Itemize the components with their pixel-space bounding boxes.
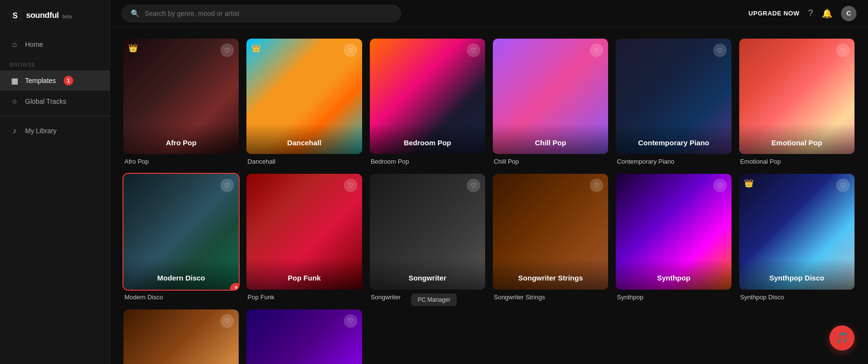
card-thumb-bedroom-pop: ♡Bedroom Pop — [370, 39, 485, 154]
card-name-contemporary-piano: Contemporary Piano — [616, 158, 731, 165]
favorite-button-songwriter[interactable]: ♡ — [467, 179, 480, 192]
card-name-chill-pop: Chill Pop — [493, 158, 608, 165]
sidebar-item-home[interactable]: ⌂ Home — [0, 35, 109, 54]
sidebar-item-library-label: My Library — [25, 127, 56, 135]
card-name-pop-funk: Pop Funk — [246, 294, 362, 301]
card-synthpop[interactable]: ♡SynthpopSynthpop — [616, 174, 731, 300]
favorite-button-bedroom-pop[interactable]: ♡ — [467, 43, 480, 57]
favorite-button-pop-disco[interactable]: ♡ — [344, 314, 357, 328]
card-thumb-afro-pop: 👑♡Afro Pop — [123, 39, 239, 154]
card-thumb-songwriter-strings: ♡Songwriter Strings — [493, 174, 608, 289]
home-icon: ⌂ — [10, 40, 19, 49]
card-thumb-synthpop: ♡Synthpop — [616, 174, 731, 289]
sidebar-item-global-tracks[interactable]: ○ Global Tracks — [0, 92, 109, 111]
card-name-songwriter-strings: Songwriter Strings — [493, 294, 608, 301]
card-label-contemporary-piano: Contemporary Piano — [616, 124, 731, 154]
card-thumb-dancehall: 👑♡Dancehall — [246, 39, 362, 154]
search-bar[interactable]: 🔍 — [122, 5, 401, 22]
card-songwriter[interactable]: ♡SongwriterSongwriter — [370, 174, 485, 300]
card-pop-funk[interactable]: ♡Pop FunkPop Funk — [246, 174, 362, 300]
templates-badge: 1 — [64, 76, 73, 85]
card-afro-pop[interactable]: 👑♡Afro PopAfro Pop — [123, 39, 239, 165]
card-label-synthpop-disco: Synthpop Disco — [739, 259, 854, 290]
card-label-emotional-pop: Emotional Pop — [739, 124, 854, 154]
card-label-dancehall: Dancehall — [246, 124, 362, 154]
card-thumb-songwriter: ♡Songwriter — [370, 174, 485, 289]
favorite-button-synthpop[interactable]: ♡ — [713, 179, 727, 192]
favorite-button-contemporary-piano[interactable]: ♡ — [713, 43, 727, 57]
logo-text: soundful — [26, 11, 59, 20]
global-tracks-icon: ○ — [10, 97, 19, 106]
sidebar-nav: ⌂ Home Browse ▦ Templates 1 ○ Global Tra… — [0, 31, 109, 144]
favorite-button-modern-disco[interactable]: ♡ — [220, 179, 234, 192]
sidebar-item-home-label: Home — [25, 41, 43, 48]
card-label-bedroom-pop: Bedroom Pop — [370, 124, 485, 154]
card-label-chill-pop: Chill Pop — [493, 124, 608, 154]
templates-grid: 👑♡Afro PopAfro Pop👑♡DancehallDancehall♡B… — [123, 39, 854, 364]
search-input[interactable] — [145, 10, 392, 17]
card-thumb-synthpop-disco: 👑♡Synthpop Disco — [739, 174, 854, 289]
card-name-synthpop: Synthpop — [616, 294, 731, 301]
upgrade-button[interactable]: UPGRADE NOW — [748, 10, 800, 17]
sidebar-item-templates[interactable]: ▦ Templates 1 — [0, 70, 109, 91]
topbar-right: UPGRADE NOW ? 🔔 C — [748, 6, 856, 21]
card-contemporary-guitar[interactable]: ♡Contemporary Guitar🎙Coming SoonContempo… — [123, 309, 239, 364]
favorite-button-afro-pop[interactable]: ♡ — [220, 43, 234, 57]
card-thumb-contemporary-piano: ♡Contemporary Piano — [616, 39, 731, 154]
card-dancehall[interactable]: 👑♡DancehallDancehall — [246, 39, 362, 165]
card-name-songwriter: Songwriter — [370, 294, 485, 301]
card-label-pop-funk: Pop Funk — [246, 259, 362, 290]
card-modern-disco[interactable]: ♡Modern Disco2Modern Disco — [123, 174, 239, 300]
card-thumb-pop-funk: ♡Pop Funk — [246, 174, 362, 289]
crown-icon: 👑 — [128, 43, 138, 53]
card-songwriter-strings[interactable]: ♡Songwriter StringsSongwriter Strings — [493, 174, 608, 300]
favorite-button-pop-funk[interactable]: ♡ — [344, 179, 357, 192]
favorite-button-emotional-pop[interactable]: ♡ — [836, 43, 850, 57]
card-label-modern-disco: Modern Disco — [123, 259, 239, 290]
favorite-button-chill-pop[interactable]: ♡ — [590, 43, 603, 57]
card-name-emotional-pop: Emotional Pop — [739, 158, 854, 165]
main-area: 🔍 UPGRADE NOW ? 🔔 C 👑♡Afro PopAfro Pop👑♡… — [110, 0, 868, 364]
help-button[interactable]: ? — [808, 8, 813, 18]
card-name-bedroom-pop: Bedroom Pop — [370, 158, 485, 165]
topbar: 🔍 UPGRADE NOW ? 🔔 C — [110, 0, 868, 27]
favorite-button-synthpop-disco[interactable]: ♡ — [836, 179, 850, 192]
card-label-synthpop: Synthpop — [616, 259, 731, 290]
sidebar: S soundful beta ⌂ Home Browse ▦ Template… — [0, 0, 110, 364]
browse-label: Browse — [0, 55, 109, 70]
card-thumb-modern-disco: ♡Modern Disco2 — [123, 174, 239, 289]
sidebar-item-templates-label: Templates — [25, 77, 56, 84]
card-thumb-contemporary-guitar: ♡Contemporary Guitar🎙Coming Soon — [123, 309, 239, 364]
sidebar-item-my-library[interactable]: ♪ My Library — [0, 121, 109, 140]
logo: S soundful beta — [0, 0, 109, 31]
card-emotional-pop[interactable]: ♡Emotional PopEmotional Pop — [739, 39, 854, 165]
notifications-button[interactable]: 🔔 — [822, 8, 832, 19]
card-contemporary-piano[interactable]: ♡Contemporary PianoContemporary Piano — [616, 39, 731, 165]
soundful-logo-icon: S — [10, 9, 23, 22]
favorite-button-dancehall[interactable]: ♡ — [344, 43, 357, 57]
card-name-modern-disco: Modern Disco — [123, 294, 239, 301]
card-thumb-chill-pop: ♡Chill Pop — [493, 39, 608, 154]
card-label-afro-pop: Afro Pop — [123, 124, 239, 154]
fab-icon: 🎵 — [836, 332, 849, 344]
sidebar-divider — [0, 116, 109, 116]
fab-button[interactable]: 🎵 — [829, 325, 854, 350]
favorite-button-contemporary-guitar[interactable]: ♡ — [220, 314, 234, 328]
card-name-dancehall: Dancehall — [246, 158, 362, 165]
card-chill-pop[interactable]: ♡Chill PopChill Pop — [493, 39, 608, 165]
card-synthpop-disco[interactable]: 👑♡Synthpop DiscoSynthpop Disco — [739, 174, 854, 300]
card-thumb-pop-disco: ♡Pop Disco — [246, 309, 362, 364]
card-label-songwriter: Songwriter — [370, 259, 485, 290]
card-name-synthpop-disco: Synthpop Disco — [739, 294, 854, 301]
content: 👑♡Afro PopAfro Pop👑♡DancehallDancehall♡B… — [110, 27, 868, 364]
favorite-button-songwriter-strings[interactable]: ♡ — [590, 179, 603, 192]
svg-text:S: S — [13, 12, 18, 20]
search-icon: 🔍 — [131, 9, 140, 18]
crown-icon: 👑 — [251, 43, 261, 53]
avatar[interactable]: C — [841, 6, 856, 21]
templates-icon: ▦ — [10, 76, 19, 85]
card-bedroom-pop[interactable]: ♡Bedroom PopBedroom Pop — [370, 39, 485, 165]
card-pop-disco[interactable]: ♡Pop DiscoPop Disco — [246, 309, 362, 364]
library-icon: ♪ — [10, 126, 19, 135]
card-label-songwriter-strings: Songwriter Strings — [493, 259, 608, 290]
